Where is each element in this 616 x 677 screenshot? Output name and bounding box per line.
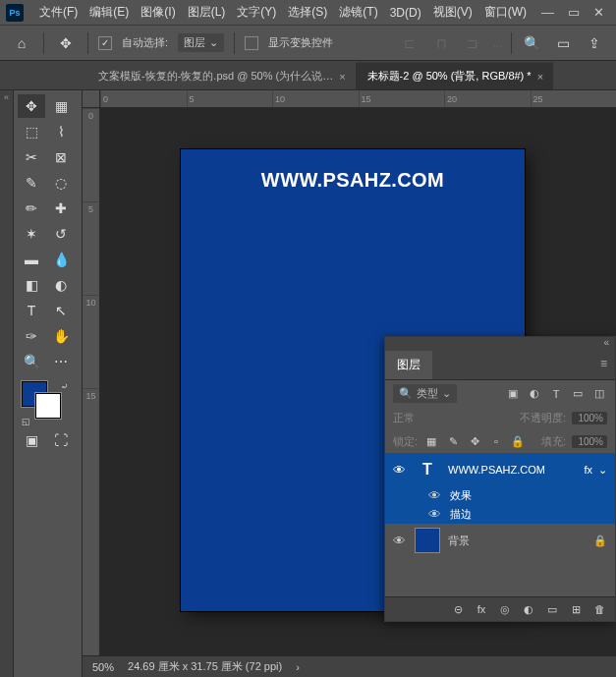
menu-file[interactable]: 文件(F) bbox=[33, 0, 84, 25]
align-center-icon: ⊓ bbox=[429, 31, 453, 55]
path-tool[interactable]: ↖ bbox=[47, 299, 75, 322]
brush-tool[interactable]: ✏ bbox=[18, 197, 45, 220]
filter-smart-icon[interactable]: ◫ bbox=[591, 386, 607, 402]
menu-type[interactable]: 文字(Y) bbox=[231, 0, 282, 25]
auto-select-target[interactable]: 图层⌄ bbox=[178, 33, 224, 52]
ruler-horizontal[interactable]: 0510152025 bbox=[100, 90, 616, 108]
eraser-tool[interactable]: ◧ bbox=[18, 273, 45, 297]
layer-effect-stroke[interactable]: 👁 描边 bbox=[385, 505, 615, 524]
menu-view[interactable]: 视图(V) bbox=[427, 0, 478, 25]
filter-shape-icon[interactable]: ▭ bbox=[570, 386, 586, 402]
minimize-icon[interactable]: — bbox=[541, 5, 554, 20]
menu-window[interactable]: 窗口(W) bbox=[478, 0, 532, 25]
menu-layer[interactable]: 图层(L) bbox=[182, 0, 232, 25]
layer-text[interactable]: 👁 T WWW.PSAHZ.COM fx⌄ bbox=[385, 453, 615, 486]
marquee-tool[interactable]: ⬚ bbox=[18, 120, 45, 143]
selection-tool[interactable]: ◌ bbox=[47, 171, 75, 195]
more-tools[interactable]: ⋯ bbox=[47, 350, 75, 373]
swap-mini-icon[interactable]: ⤾ bbox=[61, 381, 69, 391]
auto-select-checkbox[interactable] bbox=[98, 36, 112, 50]
fill-value[interactable]: 100% bbox=[572, 435, 607, 448]
eyedropper-tool[interactable]: ✎ bbox=[18, 171, 45, 195]
clone-tool[interactable]: ✶ bbox=[18, 222, 45, 246]
tab-document-1[interactable]: 文案模版-恢复的-恢复的.psd @ 50% (为什么说…× bbox=[86, 62, 356, 89]
search-icon[interactable]: 🔍 bbox=[520, 31, 543, 55]
group-icon[interactable]: ▭ bbox=[544, 601, 560, 617]
lasso-tool[interactable]: ⌇ bbox=[47, 120, 75, 143]
layer-filter[interactable]: 🔍 类型 ⌄ bbox=[393, 384, 457, 403]
new-layer-icon[interactable]: ⊞ bbox=[568, 601, 584, 617]
artboard-tool[interactable]: ▦ bbox=[47, 94, 75, 118]
fx-icon[interactable]: fx bbox=[474, 601, 489, 617]
share-icon[interactable]: ⇪ bbox=[583, 31, 606, 55]
quickmask-tool[interactable]: ▣ bbox=[18, 428, 45, 452]
layer-name[interactable]: WWW.PSAHZ.COM bbox=[448, 464, 545, 476]
background-color[interactable] bbox=[35, 393, 61, 419]
lock-pixels-icon[interactable]: ▦ bbox=[423, 433, 439, 449]
close-icon[interactable]: × bbox=[537, 71, 543, 83]
screenmode-tool[interactable]: ⛶ bbox=[47, 428, 75, 452]
move-tool-icon[interactable]: ✥ bbox=[54, 31, 78, 55]
move-tool[interactable]: ✥ bbox=[18, 94, 45, 118]
lock-brush-icon[interactable]: ✎ bbox=[445, 433, 461, 449]
visibility-icon[interactable]: 👁 bbox=[393, 534, 407, 548]
spot-heal-tool[interactable]: ✚ bbox=[47, 197, 75, 220]
pen-tool[interactable]: ✑ bbox=[18, 324, 45, 348]
crop-tool[interactable]: ✂ bbox=[18, 145, 45, 169]
gradient-tool[interactable]: ▬ bbox=[18, 248, 45, 271]
toolbox-collapse-strip[interactable]: « bbox=[0, 90, 14, 677]
default-colors-icon[interactable]: ◱ bbox=[22, 417, 30, 426]
blend-mode-select[interactable]: 正常 bbox=[393, 411, 415, 425]
menu-filter[interactable]: 滤镜(T) bbox=[333, 0, 383, 25]
ruler-vertical[interactable]: 051015 bbox=[83, 108, 100, 677]
visibility-icon[interactable]: 👁 bbox=[393, 463, 407, 478]
show-transform-checkbox[interactable] bbox=[245, 36, 258, 50]
zoom-level[interactable]: 50% bbox=[92, 661, 114, 673]
mask-icon[interactable]: ◎ bbox=[497, 601, 513, 617]
lock-icon: 🔒 bbox=[593, 535, 607, 547]
opacity-value[interactable]: 100% bbox=[572, 412, 607, 424]
layer-background[interactable]: 👁 背景 🔒 bbox=[385, 524, 615, 557]
menu-image[interactable]: 图像(I) bbox=[135, 0, 181, 25]
hand-tool[interactable]: ✋ bbox=[47, 324, 75, 348]
dodge-tool[interactable]: ◐ bbox=[47, 273, 75, 297]
history-brush-tool[interactable]: ↺ bbox=[47, 222, 75, 246]
frame-tool[interactable]: ⊠ bbox=[47, 145, 75, 169]
blur-tool[interactable]: 💧 bbox=[47, 248, 75, 271]
close-icon[interactable]: ✕ bbox=[593, 5, 604, 20]
delete-icon[interactable]: 🗑 bbox=[591, 601, 607, 617]
chevron-down-icon[interactable]: ⌄ bbox=[598, 464, 607, 477]
title-bar: Ps 文件(F) 编辑(E) 图像(I) 图层(L) 文字(Y) 选择(S) 滤… bbox=[0, 0, 616, 26]
zoom-tool[interactable]: 🔍 bbox=[18, 350, 45, 373]
type-tool[interactable]: T bbox=[18, 299, 45, 322]
canvas-text-layer[interactable]: WWW.PSAHZ.COM bbox=[261, 169, 444, 192]
lock-all-icon[interactable]: 🔒 bbox=[510, 433, 526, 449]
adjustment-icon[interactable]: ◐ bbox=[521, 601, 536, 617]
menu-3d[interactable]: 3D(D) bbox=[384, 2, 427, 24]
menu-select[interactable]: 选择(S) bbox=[282, 0, 333, 25]
visibility-icon[interactable]: 👁 bbox=[428, 507, 442, 522]
document-info[interactable]: 24.69 厘米 x 31.75 厘米 (72 ppi) bbox=[128, 659, 282, 674]
filter-adjust-icon[interactable]: ◐ bbox=[527, 386, 542, 402]
layer-effects[interactable]: 👁 效果 bbox=[385, 486, 615, 505]
layers-tab[interactable]: 图层 bbox=[385, 351, 432, 379]
home-icon[interactable]: ⌂ bbox=[10, 31, 33, 55]
filter-image-icon[interactable]: ▣ bbox=[505, 386, 521, 402]
fx-badge[interactable]: fx bbox=[584, 464, 592, 476]
menu-edit[interactable]: 编辑(E) bbox=[84, 0, 135, 25]
layer-name[interactable]: 背景 bbox=[448, 534, 470, 548]
close-icon[interactable]: × bbox=[339, 71, 345, 83]
tab-document-2[interactable]: 未标题-2 @ 50% (背景, RGB/8#) *× bbox=[356, 62, 553, 89]
chevron-right-icon[interactable]: › bbox=[296, 661, 300, 673]
workspace-icon[interactable]: ▭ bbox=[551, 31, 575, 55]
link-layers-icon[interactable]: ⊝ bbox=[450, 601, 466, 617]
color-swatches[interactable]: ⤾ ◱ bbox=[18, 381, 73, 426]
lock-artboard-icon[interactable]: ▫ bbox=[488, 433, 504, 449]
visibility-icon[interactable]: 👁 bbox=[428, 488, 442, 503]
filter-type-icon[interactable]: T bbox=[548, 386, 564, 402]
toolbox: ✥ ▦ ⬚ ⌇ ✂ ⊠ ✎ ◌ ✏ ✚ ✶ ↺ ▬ 💧 ◧ ◐ T ↖ ✑ ✋ … bbox=[14, 90, 83, 677]
maximize-icon[interactable]: ▭ bbox=[568, 5, 580, 20]
lock-position-icon[interactable]: ✥ bbox=[467, 433, 482, 449]
collapse-panel-icon[interactable]: « bbox=[603, 337, 609, 348]
panel-menu-icon[interactable]: ≡ bbox=[592, 351, 615, 379]
